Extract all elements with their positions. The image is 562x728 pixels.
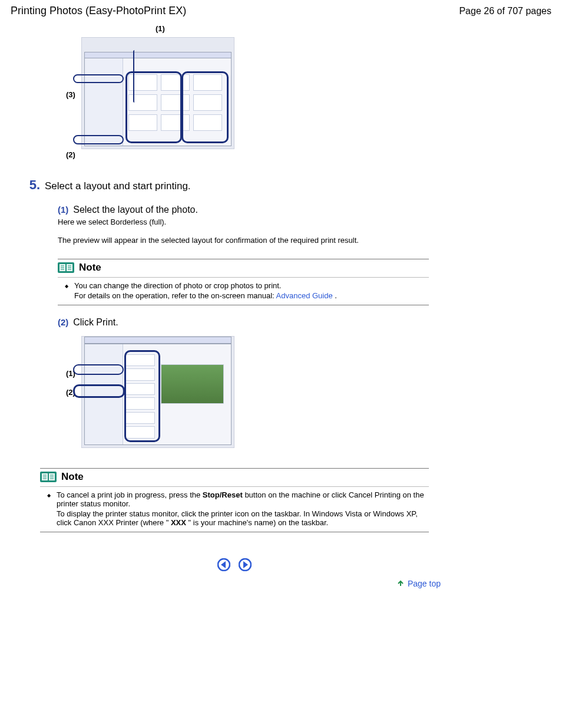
callout-label: (3) — [66, 90, 75, 99]
step-5: 5. Select a layout and start printing. — [40, 177, 429, 193]
book-icon — [40, 471, 57, 483]
substep-number: (2) — [58, 317, 68, 327]
note-label: Note — [61, 471, 84, 483]
note-box: Note To cancel a print job in progress, … — [40, 468, 429, 532]
substep-title: Click Print. — [73, 317, 118, 327]
substep-title: Select the layout of the photo. — [73, 205, 198, 215]
callout-label: (1) — [66, 369, 75, 378]
note-line: To display the printer status monitor, c… — [51, 509, 429, 527]
step-number: 5. — [22, 177, 40, 193]
page-nav — [40, 558, 429, 573]
substep-number: (1) — [58, 205, 68, 215]
page-header: Printing Photos (Easy-PhotoPrint EX) Pag… — [11, 0, 551, 24]
up-arrow-icon — [397, 579, 404, 588]
step-title: Select a layout and start printing. — [45, 180, 191, 192]
figure-layout-select: (1) (3) (2) — [81, 24, 244, 161]
prev-page-button[interactable] — [217, 558, 230, 573]
substep-desc: Here we select Borderless (full). — [58, 218, 429, 226]
note-bold: Stop/Reset — [203, 490, 243, 499]
page-position: Page 26 of 707 pages — [459, 6, 551, 17]
figure-print-preview: (1) (2) — [81, 336, 244, 454]
callout-label: (2) — [66, 388, 75, 397]
note-line: For details on the operation, refer to t… — [68, 291, 429, 300]
callout-label: (1) — [156, 24, 165, 33]
note-line: To cancel a print job in progress, press… — [51, 490, 429, 508]
note-line: You can change the direction of photo or… — [68, 281, 429, 290]
note-text: . — [335, 291, 337, 300]
note-text: " is your machine's name) on the taskbar… — [189, 518, 329, 527]
note-text: To cancel a print job in progress, press… — [57, 490, 203, 499]
next-page-button[interactable] — [239, 558, 252, 573]
note-text: For details on the operation, refer to t… — [74, 291, 276, 300]
note-label: Note — [79, 262, 101, 274]
page-top-link[interactable]: Page top — [40, 579, 441, 706]
substep-preview: The preview will appear in the selected … — [58, 236, 429, 245]
page-top-label: Page top — [408, 579, 441, 588]
substep-2: (2) Click Print. (1) (2) — [58, 317, 429, 454]
book-icon — [58, 262, 74, 274]
substep-1: (1) Select the layout of the photo. Here… — [58, 205, 429, 305]
callout-label: (2) — [66, 150, 75, 159]
page-title: Printing Photos (Easy-PhotoPrint EX) — [11, 5, 186, 17]
note-bold: XXX — [171, 518, 186, 527]
advanced-guide-link[interactable]: Advanced Guide — [276, 291, 333, 300]
note-box: Note You can change the direction of pho… — [58, 259, 429, 305]
